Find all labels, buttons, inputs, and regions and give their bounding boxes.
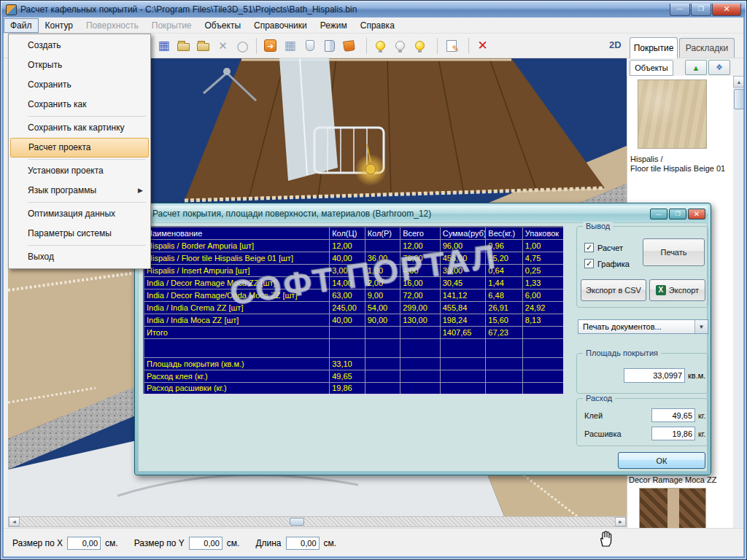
glue-input[interactable] (651, 408, 695, 422)
menu-contour[interactable]: Контур (39, 18, 80, 33)
table-row[interactable]: Расход клея (кг.) 49,65 (144, 370, 564, 382)
pitcher-tool-button[interactable] (300, 36, 320, 55)
menu-help[interactable]: Справка (354, 18, 401, 33)
scroll-left-button[interactable]: ◄ (9, 517, 20, 526)
checkbox-checked-icon[interactable] (584, 243, 594, 252)
menu-item-system-params[interactable]: Параметры системы (10, 224, 149, 244)
menu-file[interactable]: Файл (4, 18, 39, 33)
consumption-group: Расход Клей кг. Расшивка кг. (576, 398, 708, 446)
menu-separator (28, 116, 146, 117)
grid-tool-button[interactable]: ▦ (154, 36, 174, 55)
cell-sum (440, 338, 486, 357)
graphics-checkbox[interactable]: Графика (584, 259, 630, 268)
cell-packages (522, 382, 564, 394)
dialog-close-button[interactable] (688, 209, 705, 219)
hscroll-thumb[interactable] (290, 518, 304, 526)
table-row[interactable]: Расход расшивки (кг.) 19,86 (144, 382, 564, 394)
dialog-body: Наименование Кол(Ц) Кол(Р) Всего Сумма(р… (138, 222, 708, 472)
fill-tool-button[interactable] (339, 36, 359, 55)
chevron-down-icon[interactable]: ▼ (694, 320, 708, 333)
table-row[interactable]: India / Decor Ramage Moca ZZ [шт] 14,00 … (144, 276, 564, 289)
ok-button[interactable]: ОК (618, 452, 705, 469)
menu-item-language[interactable]: Язык программы▶ (10, 181, 149, 201)
menu-item-save-as-picture[interactable]: Сохранить как картинку (10, 118, 149, 138)
pitcher-icon (306, 40, 314, 51)
table-row[interactable]: India / India Crema ZZ [шт] 245,00 54,00… (144, 301, 564, 314)
table-row[interactable]: Площадь покрытия (кв.м.) 33,10 (144, 357, 564, 370)
table-row[interactable]: Hispalis / Insert Ampuria [шт] 3,00 1,00… (144, 264, 564, 276)
edit-page-icon (446, 40, 457, 52)
checkbox-checked-icon[interactable] (584, 259, 594, 268)
lasso-tool-button[interactable]: ◯ (233, 36, 252, 55)
cell-qty-whole: 19,86 (330, 382, 365, 394)
grout-input[interactable] (651, 427, 695, 440)
dialog-maximize-button[interactable] (669, 209, 686, 219)
scroll-up-button[interactable]: ▲ (733, 76, 745, 88)
print-documents-combo[interactable]: Печать документов... ▼ (578, 319, 708, 334)
clear-selection-button[interactable]: ✕ (213, 36, 233, 55)
export-run-button[interactable] (260, 36, 280, 55)
light3-button[interactable] (410, 36, 430, 55)
tab-layouts[interactable]: Раскладки (679, 38, 735, 58)
table-row[interactable]: India / Decor Ramage/Onda Moca ZZ [шт] 6… (144, 289, 564, 301)
dialog-title-bar[interactable]: Расчет покрытия, площади поверхности, ма… (137, 206, 708, 222)
cell-name: India / India Crema ZZ [шт] (144, 301, 330, 314)
coverage-area-input[interactable] (624, 368, 685, 383)
calc-checkbox[interactable]: Расчет (584, 243, 623, 252)
cell-qty-cut (365, 239, 400, 252)
length-input[interactable] (286, 537, 320, 550)
table-tool-button[interactable]: ▦ (280, 36, 300, 55)
save-scene-button[interactable] (193, 36, 213, 55)
tile-thumbnail-hispalis[interactable] (638, 79, 707, 149)
menu-item-project-calc[interactable]: Расчет проекта (10, 138, 149, 158)
up-level-button[interactable]: ▲ (685, 60, 707, 75)
cell-total: 16,00 (400, 276, 441, 289)
catalog-tool-button[interactable] (320, 36, 339, 55)
menu-item-exit[interactable]: Выход (10, 247, 149, 267)
table-row[interactable]: Hispalis / Border Ampuria [шт] 12,00 12,… (144, 239, 564, 252)
menu-item-open[interactable]: Открыть (10, 55, 149, 75)
horizontal-scrollbar[interactable]: ◄ ► (8, 516, 627, 527)
menu-item-save[interactable]: Сохранить (10, 75, 149, 95)
menu-item-data-optimization[interactable]: Оптимизация данных (10, 204, 149, 224)
menu-objects[interactable]: Объекты (198, 18, 248, 33)
menu-mode[interactable]: Режим (314, 18, 354, 33)
open-scene-button[interactable] (174, 36, 193, 55)
table-row[interactable]: India / India Moca ZZ [шт] 40,00 90,00 1… (144, 314, 564, 326)
maximize-button[interactable] (691, 4, 711, 16)
cell-sum: 30,45 (440, 276, 486, 289)
menu-catalogs[interactable]: Справочники (247, 18, 314, 33)
close-button[interactable] (712, 4, 741, 16)
cell-packages: 1,33 (522, 276, 564, 289)
view-mode-button[interactable]: ❖ (708, 60, 730, 75)
scroll-right-button[interactable]: ► (615, 517, 626, 526)
table-row[interactable]: Hispalis / Floor tile Hispalis Beige 01 … (144, 252, 564, 264)
table-row[interactable]: Итого 1407,65 67,23 (144, 326, 564, 338)
minimize-button[interactable] (670, 4, 690, 16)
cell-total: 12,00 (400, 239, 441, 252)
delete-button[interactable]: ✕ (473, 36, 492, 55)
menu-item-save-as[interactable]: Сохранить как (10, 95, 149, 114)
view-2d-label[interactable]: 2D (609, 39, 622, 50)
cell-name: India / India Moca ZZ [шт] (144, 314, 330, 326)
vscroll-thumb[interactable] (734, 89, 744, 109)
size-y-input[interactable] (189, 537, 222, 550)
menu-item-new[interactable]: Создать (10, 36, 149, 55)
export-excel-button[interactable]: X Экспорт (649, 279, 705, 301)
title-bar[interactable]: Расчет кафельных покрытий - C:\Program F… (1, 1, 746, 18)
menu-separator (28, 202, 146, 203)
table-row[interactable] (144, 338, 564, 357)
print-button[interactable]: Печать (643, 238, 705, 266)
light1-button[interactable] (371, 36, 390, 55)
edit-notes-button[interactable] (441, 36, 461, 55)
tab-covering[interactable]: Покрытие (630, 37, 678, 58)
tab-objects[interactable]: Объекты (630, 60, 673, 76)
dialog-minimize-button[interactable] (650, 209, 667, 219)
menu-item-project-settings[interactable]: Установки проекта (10, 161, 149, 181)
vertical-scrollbar[interactable]: ▲ ▼ (733, 76, 745, 559)
light2-button[interactable] (390, 36, 410, 55)
cell-qty-whole: 14,00 (330, 276, 365, 289)
export-label: Экспорт (669, 286, 699, 295)
size-x-input[interactable] (67, 537, 101, 550)
export-csv-button[interactable]: Экспорт в CSV (581, 279, 646, 301)
